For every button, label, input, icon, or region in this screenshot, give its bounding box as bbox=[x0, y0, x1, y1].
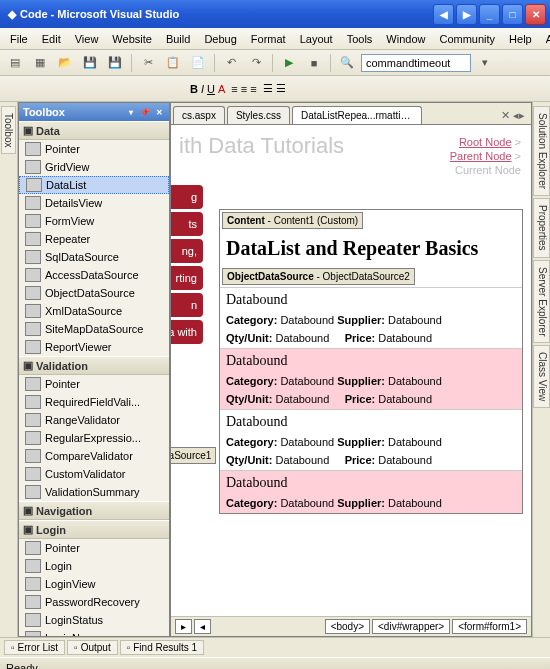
toolbox-item-datalist[interactable]: DataList bbox=[19, 176, 169, 194]
tab-close-icon[interactable]: ✕ ◂▸ bbox=[495, 107, 531, 124]
undo-button[interactable]: ↶ bbox=[220, 52, 242, 74]
underline-button[interactable]: U bbox=[207, 83, 215, 95]
find-dropdown[interactable]: ▾ bbox=[474, 52, 496, 74]
align-right-button[interactable]: ≡ bbox=[250, 83, 256, 95]
document-tab[interactable]: cs.aspx bbox=[173, 106, 225, 124]
side-tab-solution-explorer[interactable]: Solution Explorer bbox=[533, 106, 550, 196]
menu-format[interactable]: Format bbox=[245, 31, 292, 47]
sidebar-link[interactable]: ts bbox=[171, 212, 203, 236]
tag-path-item[interactable]: <body> bbox=[325, 619, 370, 634]
sitemap-tag[interactable]: eMapDataSource1 bbox=[171, 447, 216, 464]
save-button[interactable]: 💾 bbox=[79, 52, 101, 74]
menu-addins[interactable]: Addins bbox=[540, 31, 550, 47]
menu-tools[interactable]: Tools bbox=[341, 31, 379, 47]
menu-edit[interactable]: Edit bbox=[36, 31, 67, 47]
nav-fwd-button[interactable]: ▶ bbox=[456, 4, 477, 25]
nav-back-button[interactable]: ◀ bbox=[433, 4, 454, 25]
document-tab[interactable]: DataListRepea...rmatting.aspx bbox=[292, 106, 422, 124]
find-input[interactable] bbox=[361, 54, 471, 72]
minimize-button[interactable]: _ bbox=[479, 4, 500, 25]
tag-path-item[interactable]: <div#wrapper> bbox=[372, 619, 450, 634]
toolbox-item-customvalidator[interactable]: CustomValidator bbox=[19, 465, 169, 483]
menu-debug[interactable]: Debug bbox=[198, 31, 242, 47]
toolbox-item-objectdatasource[interactable]: ObjectDataSource bbox=[19, 284, 169, 302]
menu-view[interactable]: View bbox=[69, 31, 105, 47]
redo-button[interactable]: ↷ bbox=[245, 52, 267, 74]
toolbox-item-xmldatasource[interactable]: XmlDataSource bbox=[19, 302, 169, 320]
toolbox-item-loginview[interactable]: LoginView bbox=[19, 575, 169, 593]
menu-layout[interactable]: Layout bbox=[294, 31, 339, 47]
sidebar-link[interactable]: a with bbox=[171, 320, 203, 344]
align-center-button[interactable]: ≡ bbox=[241, 83, 247, 95]
find-button[interactable]: 🔍 bbox=[336, 52, 358, 74]
toolbox-item-validationsummary[interactable]: ValidationSummary bbox=[19, 483, 169, 501]
side-tab-properties[interactable]: Properties bbox=[533, 198, 550, 258]
sidebar-link[interactable]: n bbox=[171, 293, 203, 317]
save-all-button[interactable]: 💾 bbox=[104, 52, 126, 74]
toolbox-close-icon[interactable]: ✕ bbox=[153, 106, 165, 118]
toolbox-item-pointer[interactable]: Pointer bbox=[19, 140, 169, 158]
forecolor-button[interactable]: A bbox=[218, 83, 225, 95]
toolbox-item-gridview[interactable]: GridView bbox=[19, 158, 169, 176]
menu-window[interactable]: Window bbox=[380, 31, 431, 47]
menu-help[interactable]: Help bbox=[503, 31, 538, 47]
cut-button[interactable]: ✂ bbox=[137, 52, 159, 74]
menu-community[interactable]: Community bbox=[433, 31, 501, 47]
tag-nav-button[interactable]: ▸ bbox=[175, 619, 192, 634]
toolbox-pin-icon[interactable]: 📌 bbox=[139, 106, 151, 118]
add-item-button[interactable]: ▦ bbox=[29, 52, 51, 74]
toolbox-item-sitemapdatasource[interactable]: SiteMapDataSource bbox=[19, 320, 169, 338]
tag-path-item[interactable]: <form#form1> bbox=[452, 619, 527, 634]
toolbox-section-data[interactable]: ▣ Data bbox=[19, 121, 169, 140]
bullets-button[interactable]: ☰ bbox=[263, 82, 273, 95]
design-surface[interactable]: ith Data Tutorials Root Node > Parent No… bbox=[171, 125, 531, 616]
menu-file[interactable]: File bbox=[4, 31, 34, 47]
open-button[interactable]: 📂 bbox=[54, 52, 76, 74]
maximize-button[interactable]: □ bbox=[502, 4, 523, 25]
toolbox-item-regularexpressio[interactable]: RegularExpressio... bbox=[19, 429, 169, 447]
close-button[interactable]: ✕ bbox=[525, 4, 546, 25]
sidebar-link[interactable]: g bbox=[171, 185, 203, 209]
document-tab[interactable]: Styles.css bbox=[227, 106, 290, 124]
align-left-button[interactable]: ≡ bbox=[231, 83, 237, 95]
content-placeholder[interactable]: Content - Content1 (Custom) DataList and… bbox=[219, 209, 523, 514]
output-tab-find-results-1[interactable]: ▫Find Results 1 bbox=[120, 640, 204, 655]
toolbox-section-login[interactable]: ▣ Login bbox=[19, 520, 169, 539]
paste-button[interactable]: 📄 bbox=[187, 52, 209, 74]
toolbox-side-tab[interactable]: Toolbox bbox=[1, 106, 16, 154]
stop-button[interactable]: ■ bbox=[303, 52, 325, 74]
toolbox-dropdown-icon[interactable]: ▾ bbox=[125, 106, 137, 118]
sidebar-link[interactable]: rting bbox=[171, 266, 203, 290]
toolbox-item-requiredfieldvali[interactable]: RequiredFieldVali... bbox=[19, 393, 169, 411]
breadcrumb-parent[interactable]: Parent Node bbox=[450, 150, 512, 162]
italic-button[interactable]: I bbox=[201, 83, 204, 95]
toolbox-item-login[interactable]: Login bbox=[19, 557, 169, 575]
ods-tag[interactable]: ObjectDataSource - ObjectDataSource2 bbox=[222, 268, 415, 285]
output-tab-error-list[interactable]: ▫Error List bbox=[4, 640, 65, 655]
new-project-button[interactable]: ▤ bbox=[4, 52, 26, 74]
sidebar-link[interactable]: ng, bbox=[171, 239, 203, 263]
numbering-button[interactable]: ☰ bbox=[276, 82, 286, 95]
toolbox-item-rangevalidator[interactable]: RangeValidator bbox=[19, 411, 169, 429]
side-tab-class-view[interactable]: Class View bbox=[533, 345, 550, 408]
toolbox-item-pointer[interactable]: Pointer bbox=[19, 539, 169, 557]
toolbox-item-formview[interactable]: FormView bbox=[19, 212, 169, 230]
toolbox-section-validation[interactable]: ▣ Validation bbox=[19, 356, 169, 375]
output-tab-output[interactable]: ▫Output bbox=[67, 640, 118, 655]
toolbox-item-loginname[interactable]: LoginName bbox=[19, 629, 169, 636]
bold-button[interactable]: B bbox=[190, 83, 198, 95]
menu-build[interactable]: Build bbox=[160, 31, 196, 47]
toolbox-item-detailsview[interactable]: DetailsView bbox=[19, 194, 169, 212]
toolbox-item-comparevalidator[interactable]: CompareValidator bbox=[19, 447, 169, 465]
menu-website[interactable]: Website bbox=[106, 31, 158, 47]
tag-nav-button[interactable]: ◂ bbox=[194, 619, 211, 634]
copy-button[interactable]: 📋 bbox=[162, 52, 184, 74]
side-tab-server-explorer[interactable]: Server Explorer bbox=[533, 260, 550, 343]
toolbox-section-navigation[interactable]: ▣ Navigation bbox=[19, 501, 169, 520]
toolbox-item-repeater[interactable]: Repeater bbox=[19, 230, 169, 248]
breadcrumb-root[interactable]: Root Node bbox=[459, 136, 512, 148]
toolbox-item-loginstatus[interactable]: LoginStatus bbox=[19, 611, 169, 629]
start-debug-button[interactable]: ▶ bbox=[278, 52, 300, 74]
content-tag[interactable]: Content - Content1 (Custom) bbox=[222, 212, 363, 229]
toolbox-item-accessdatasource[interactable]: AccessDataSource bbox=[19, 266, 169, 284]
